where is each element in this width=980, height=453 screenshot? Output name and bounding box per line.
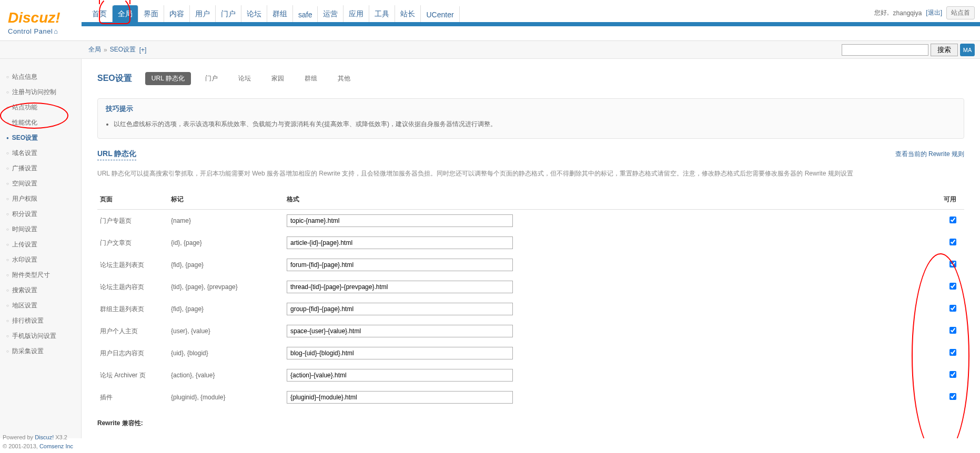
row-tag-label: {id}, {page} (168, 232, 284, 254)
enable-checkbox-3[interactable] (949, 283, 956, 290)
row-tag-label: {uid}, {blogid} (168, 342, 284, 364)
topnav-item-11[interactable]: 工具 (369, 5, 395, 22)
section-desc: URL 静态化可以提高搜索引擎抓取，开启本功能需要对 Web 服务器增加相应的 … (97, 168, 964, 180)
enable-checkbox-8[interactable] (949, 393, 956, 400)
enable-checkbox-4[interactable] (949, 305, 956, 312)
format-input-6[interactable] (287, 347, 513, 359)
sidebar-item-17[interactable]: 手机版访问设置 (0, 328, 81, 344)
topnav-item-7[interactable]: 群组 (267, 5, 293, 22)
sidebar-item-8[interactable]: 用户权限 (0, 191, 81, 207)
topnav-item-1[interactable]: 全局 (113, 5, 138, 22)
rewrite-compat-heading: Rewrite 兼容性: (97, 419, 964, 428)
view-rewrite-rules-link[interactable]: 查看当前的 Rewrite 规则 (895, 150, 964, 159)
discuz-link[interactable]: Discuz! (35, 434, 54, 438)
row-page-label: 门户专题页 (97, 210, 168, 232)
table-row: 插件{pluginid}, {module} (97, 386, 964, 408)
enable-checkbox-7[interactable] (949, 371, 956, 378)
topnav-item-3[interactable]: 内容 (164, 5, 190, 22)
format-input-5[interactable] (287, 325, 513, 337)
breadcrumb-plus[interactable]: [+] (139, 46, 147, 54)
breadcrumb-current[interactable]: SEO设置 (110, 45, 136, 54)
sidebar-item-6[interactable]: 广播设置 (0, 161, 81, 176)
row-tag-label: {action}, {value} (168, 364, 284, 386)
format-input-4[interactable] (287, 303, 513, 315)
sidebar-item-10[interactable]: 时间设置 (0, 222, 81, 237)
enable-checkbox-5[interactable] (949, 327, 956, 334)
sidebar-item-18[interactable]: 防采集设置 (0, 344, 81, 359)
search-pref-button[interactable]: MA (960, 44, 975, 56)
sidebar-item-3[interactable]: 性能优化 (0, 115, 81, 130)
site-home-button[interactable]: 站点首 (946, 6, 975, 19)
enable-checkbox-2[interactable] (949, 261, 956, 267)
sidebar-item-4[interactable]: SEO设置 (0, 130, 81, 146)
logo-main: Discuz! (8, 11, 76, 25)
sidebar-item-1[interactable]: 注册与访问控制 (0, 85, 81, 100)
row-page-label: 门户文章页 (97, 232, 168, 254)
table-row: 用户个人主页{user}, {value} (97, 320, 964, 342)
format-input-0[interactable] (287, 214, 513, 227)
topnav-item-2[interactable]: 界面 (138, 5, 164, 22)
logo-sub: Control Panel⌂ (8, 27, 76, 35)
search-input[interactable] (842, 44, 928, 56)
row-tag-label: {tid}, {page}, {prevpage} (168, 276, 284, 298)
sidebar-item-14[interactable]: 搜索设置 (0, 283, 81, 298)
row-tag-label: {fid}, {page} (168, 298, 284, 320)
topnav-item-4[interactable]: 用户 (190, 5, 216, 22)
enable-checkbox-1[interactable] (949, 239, 956, 245)
breadcrumb-sep: » (104, 46, 107, 54)
logout-link[interactable]: [退出] (926, 8, 942, 17)
sidebar-item-16[interactable]: 排行榜设置 (0, 313, 81, 328)
row-tag-label: {user}, {value} (168, 320, 284, 342)
table-row: 论坛主题内容页{tid}, {page}, {prevpage} (97, 276, 964, 298)
sidebar-item-11[interactable]: 上传设置 (0, 237, 81, 252)
topnav-item-6[interactable]: 论坛 (241, 5, 267, 22)
row-page-label: 群组主题列表页 (97, 298, 168, 320)
sidebar-item-0[interactable]: 站点信息 (0, 69, 81, 85)
sidebar-item-7[interactable]: 空间设置 (0, 176, 81, 191)
page-tab-0[interactable]: URL 静态化 (145, 72, 191, 85)
page-tab-2[interactable]: 论坛 (232, 72, 257, 85)
sidebar-item-5[interactable]: 域名设置 (0, 146, 81, 161)
page-title: SEO设置 (97, 73, 132, 84)
format-input-1[interactable] (287, 236, 513, 249)
topnav-item-13[interactable]: UCenter (421, 6, 459, 22)
topnav-item-10[interactable]: 应用 (343, 5, 369, 22)
topnav-item-5[interactable]: 门户 (216, 5, 241, 22)
row-tag-label: {fid}, {page} (168, 254, 284, 276)
format-input-8[interactable] (287, 391, 513, 404)
row-tag-label: {pluginid}, {module} (168, 386, 284, 408)
topnav-item-8[interactable]: safe (293, 6, 318, 22)
row-page-label: 论坛主题内容页 (97, 276, 168, 298)
format-input-3[interactable] (287, 281, 513, 293)
page-tab-3[interactable]: 家园 (265, 72, 290, 85)
row-page-label: 用户日志内容页 (97, 342, 168, 364)
th-page: 页面 (97, 190, 168, 210)
page-tab-1[interactable]: 门户 (199, 72, 224, 85)
table-row: 门户文章页{id}, {page} (97, 232, 964, 254)
topnav-item-12[interactable]: 站长 (395, 5, 421, 22)
table-row: 群组主题列表页{fid}, {page} (97, 298, 964, 320)
section-title: URL 静态化 (97, 149, 136, 160)
row-page-label: 论坛 Archiver 页 (97, 364, 168, 386)
breadcrumb-root[interactable]: 全局 (88, 45, 101, 54)
topnav-item-0[interactable]: 首页 (87, 5, 113, 22)
table-row: 门户专题页{name} (97, 210, 964, 232)
search-button[interactable]: 搜索 (931, 44, 958, 56)
sidebar-item-15[interactable]: 地区设置 (0, 298, 81, 313)
topnav-item-9[interactable]: 运营 (318, 5, 343, 22)
powered-by: Powered by Discuz! X3.2 © 2001-2013, Com… (3, 433, 73, 438)
sidebar-item-12[interactable]: 水印设置 (0, 252, 81, 267)
sidebar-item-13[interactable]: 附件类型尺寸 (0, 267, 81, 283)
page-tab-5[interactable]: 其他 (331, 72, 357, 85)
enable-checkbox-6[interactable] (949, 349, 956, 356)
row-tag-label: {name} (168, 210, 284, 232)
sidebar-item-2[interactable]: 站点功能 (0, 100, 81, 115)
format-input-2[interactable] (287, 259, 513, 271)
page-tab-4[interactable]: 群组 (298, 72, 324, 85)
row-page-label: 插件 (97, 386, 168, 408)
sidebar-item-9[interactable]: 积分设置 (0, 207, 81, 222)
table-row: 论坛主题列表页{fid}, {page} (97, 254, 964, 276)
format-input-7[interactable] (287, 369, 513, 382)
tip-title: 技巧提示 (98, 99, 964, 119)
enable-checkbox-0[interactable] (949, 217, 956, 223)
